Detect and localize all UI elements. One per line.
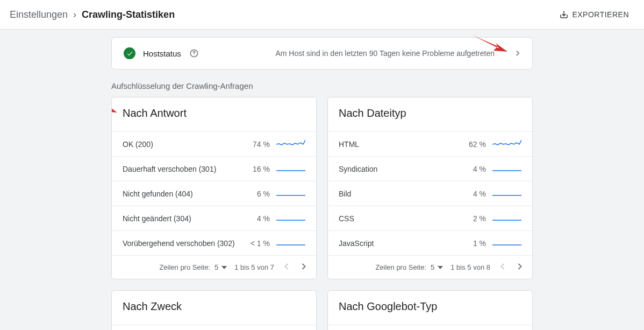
row-label: Syndication (339, 165, 456, 173)
dropdown-icon (438, 266, 443, 269)
pagination-range: 1 bis 5 von 7 (234, 263, 274, 271)
row-percent: 4 % (462, 165, 486, 173)
sparkline-icon (276, 138, 305, 150)
row-label: JavaScript (339, 239, 456, 248)
next-page-button[interactable] (515, 261, 525, 273)
table-row[interactable]: CSS2 % (328, 206, 532, 230)
page-size-select[interactable]: 5 (431, 263, 443, 271)
row-label: Nicht gefunden (404) (123, 189, 240, 198)
row-percent: 62 % (462, 140, 486, 149)
row-percent: 1 % (462, 239, 486, 248)
table-row[interactable]: HTML62 % (328, 131, 532, 156)
dropdown-icon (221, 266, 227, 269)
table-row[interactable]: Bild4 % (328, 181, 532, 206)
chevron-right-icon (515, 51, 520, 56)
row-percent: 16 % (246, 165, 270, 173)
rows-per-page-label: Zeilen pro Seite: (159, 263, 210, 271)
sparkline-icon (492, 213, 521, 224)
table-row[interactable]: Aktualisieren75 % (112, 325, 316, 330)
breadcrumb-page[interactable]: Einstellungen (10, 9, 68, 20)
card-title: Nach Antwort (112, 97, 316, 131)
sparkline-icon (276, 163, 305, 174)
card-title: Nach Googlebot-Typ (328, 291, 532, 325)
sparkline-icon (276, 188, 305, 199)
help-icon[interactable] (190, 49, 198, 58)
row-percent: 74 % (246, 140, 270, 149)
row-label: Dauerhaft verschoben (301) (123, 165, 240, 173)
download-icon (559, 10, 569, 19)
host-status-message: Am Host sind in den letzten 90 Tagen kei… (206, 49, 495, 58)
row-percent: 4 % (462, 189, 486, 198)
export-label: EXPORTIEREN (572, 10, 629, 19)
table-row[interactable]: JavaScript1 % (328, 230, 532, 255)
table-row[interactable]: Vorübergehend verschoben (302)< 1 % (112, 230, 316, 255)
row-percent: 2 % (462, 214, 486, 223)
sparkline-icon (276, 213, 305, 224)
table-row[interactable]: Dauerhaft verschoben (301)16 % (112, 156, 316, 181)
rows-per-page-label: Zeilen pro Seite: (375, 263, 426, 271)
table-row[interactable]: OK (200)74 % (112, 131, 316, 156)
table-row[interactable]: Smartphone65 % (328, 325, 532, 330)
host-status-card[interactable]: Hoststatus Am Host sind in den letzten 9… (111, 37, 533, 69)
prev-page-button[interactable] (282, 261, 291, 273)
host-status-label: Hoststatus (143, 49, 181, 58)
breadcrumb-current: Crawling-Statistiken (82, 9, 175, 20)
sparkline-icon (492, 188, 521, 199)
pagination-range: 1 bis 5 von 8 (450, 263, 490, 271)
table-row[interactable]: Nicht geändert (304)4 % (112, 206, 316, 230)
row-label: CSS (339, 214, 456, 223)
check-circle-icon (124, 47, 135, 59)
table-row[interactable]: Nicht gefunden (404)6 % (112, 181, 316, 206)
row-label: OK (200) (123, 140, 240, 149)
card-filetype: Nach Dateityp HTML62 %Syndication4 %Bild… (327, 97, 533, 279)
chevron-right-icon: › (73, 9, 76, 20)
next-page-button[interactable] (299, 261, 309, 273)
row-percent: 4 % (246, 214, 270, 223)
page-size-select[interactable]: 5 (214, 263, 227, 271)
row-label: HTML (339, 140, 456, 149)
sparkline-icon (492, 163, 521, 174)
row-label: Vorübergehend verschoben (302) (123, 239, 240, 248)
sparkline-icon (276, 237, 305, 249)
section-title: Aufschlüsselung der Crawling-Anfragen (111, 81, 533, 90)
sparkline-icon (492, 138, 521, 150)
row-label: Nicht geändert (304) (123, 214, 240, 223)
card-title: Nach Dateityp (328, 97, 532, 131)
prev-page-button[interactable] (498, 261, 507, 273)
row-percent: 6 % (246, 189, 270, 198)
card-response: Nach Antwort OK (200)74 %Dauerhaft versc… (111, 97, 317, 279)
card-purpose: Nach Zweck Aktualisieren75 %Auffindbarke… (111, 290, 317, 330)
card-googlebot: Nach Googlebot-Typ Smartphone65 %Compute… (327, 290, 533, 330)
card-title: Nach Zweck (112, 291, 316, 325)
export-button[interactable]: EXPORTIEREN (554, 5, 634, 24)
breadcrumb: Einstellungen › Crawling-Statistiken (10, 9, 175, 20)
sparkline-icon (492, 237, 521, 249)
table-row[interactable]: Syndication4 % (328, 156, 532, 181)
row-percent: < 1 % (246, 239, 270, 248)
row-label: Bild (339, 189, 456, 198)
